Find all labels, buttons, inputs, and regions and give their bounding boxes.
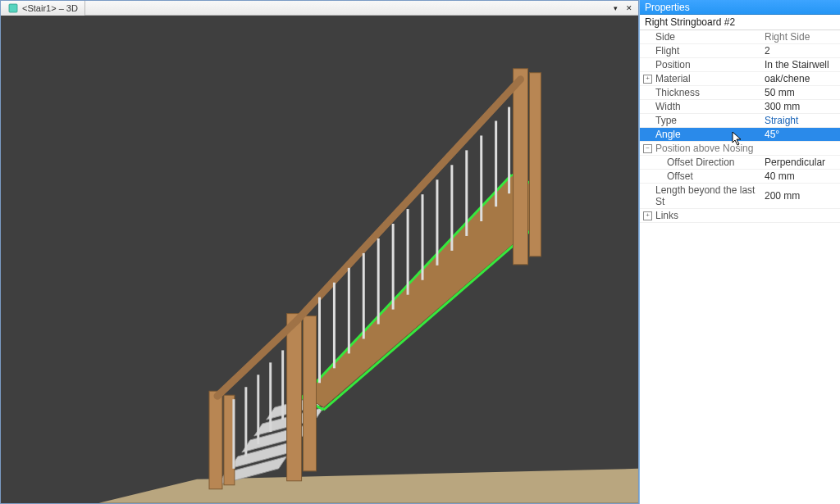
prop-row-material[interactable]: + Material oak/chene [640,72,840,86]
document-tab[interactable]: <Stair1> – 3D [1,1,85,16]
prop-label: Material [655,73,691,84]
svg-rect-14 [287,314,302,481]
tab-dropdown-icon[interactable]: ▾ [609,2,621,14]
prop-label: Flight [640,44,761,57]
svg-marker-1 [99,469,638,503]
prop-row-flight[interactable]: Flight 2 [640,44,840,58]
prop-label: Position [640,58,761,71]
prop-row-type[interactable]: Type Straight [640,114,840,128]
prop-label: Length beyond the last St [640,184,761,208]
plus-icon[interactable]: + [643,211,652,220]
property-grid: Side Right Side Flight 2 Position In the… [640,30,840,504]
prop-value: 45° [761,128,840,141]
prop-label: Width [640,100,761,113]
prop-label: Links [655,210,678,221]
prop-value: 300 mm [761,100,840,113]
prop-value [761,215,840,216]
prop-value: Straight [761,114,840,127]
plus-icon[interactable]: + [643,75,652,84]
prop-row-width[interactable]: Width 300 mm [640,100,840,114]
prop-value: oak/chene [761,72,840,85]
prop-label: Offset Direction [640,156,761,169]
svg-rect-16 [514,69,528,265]
prop-value: Perpendicular [761,156,840,169]
properties-header: Properties [640,0,840,15]
prop-value: 200 mm [761,189,840,202]
stair-3d-render [1,16,638,503]
prop-row-links[interactable]: + Links [640,209,840,223]
prop-row-offset-direction[interactable]: Offset Direction Perpendicular [640,156,840,170]
tab-title: <Stair1> – 3D [22,3,78,13]
prop-row-thickness[interactable]: Thickness 50 mm [640,86,840,100]
selected-stringboard [304,175,532,407]
prop-label: Type [640,114,761,127]
object-name[interactable]: Right Stringboard #2 [640,15,840,30]
prop-row-length-beyond[interactable]: Length beyond the last St 200 mm [640,184,840,209]
prop-row-offset[interactable]: Offset 40 mm [640,170,840,184]
tab-bar: <Stair1> – 3D ▾ ✕ [1,1,638,16]
prop-label: Side [640,30,761,43]
prop-value: 40 mm [761,170,840,183]
svg-rect-17 [529,73,541,257]
minus-icon[interactable]: − [643,144,652,153]
prop-row-side[interactable]: Side Right Side [640,30,840,44]
tab-controls: ▾ ✕ [609,2,638,14]
viewport-pane: <Stair1> – 3D ▾ ✕ [0,0,639,504]
prop-value: 50 mm [761,86,840,99]
document-icon [7,2,19,14]
prop-value [761,148,840,149]
properties-panel: Properties Right Stringboard #2 Side Rig… [639,0,840,504]
prop-row-pos-above-nosing[interactable]: − Position above Nosing [640,142,840,156]
prop-value: Right Side [761,30,840,43]
prop-row-position[interactable]: Position In the Stairwell [640,58,840,72]
svg-rect-18 [209,391,222,489]
prop-label: Offset [640,170,761,183]
prop-label: Position above Nosing [655,143,753,154]
prop-value: 2 [761,44,840,57]
prop-value: In the Stairwell [761,58,840,71]
viewport-3d[interactable] [1,16,638,503]
svg-rect-15 [304,316,317,471]
prop-label: Angle [640,128,761,141]
svg-rect-0 [9,4,17,12]
prop-label: Thickness [640,86,761,99]
prop-row-angle[interactable]: Angle 45° [640,128,840,142]
tab-close-icon[interactable]: ✕ [623,2,635,14]
